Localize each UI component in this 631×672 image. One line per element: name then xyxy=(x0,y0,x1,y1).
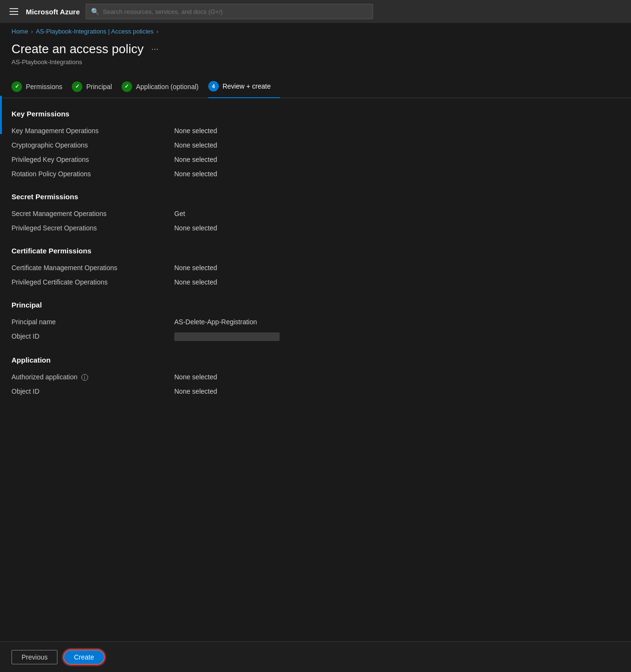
label-principal-object-id: Object ID xyxy=(11,332,174,340)
row-key-management: Key Management Operations None selected xyxy=(11,124,620,138)
value-key-management: None selected xyxy=(174,127,217,135)
row-privileged-key: Privileged Key Operations None selected xyxy=(11,152,620,167)
value-cert-management: None selected xyxy=(174,264,217,272)
step-label-permissions: Permissions xyxy=(26,83,62,91)
step-circle-permissions: ✓ xyxy=(11,81,22,92)
breadcrumb: Home › AS-Playbook-Integrations | Access… xyxy=(0,23,631,38)
top-nav: Microsoft Azure 🔍 xyxy=(0,0,631,23)
label-privileged-secret: Privileged Secret Operations xyxy=(11,224,174,232)
value-authorized-app: None selected xyxy=(174,373,217,381)
section-title-application: Application xyxy=(11,356,620,364)
value-secret-management: Get xyxy=(174,210,185,217)
search-bar: 🔍 xyxy=(86,4,373,19)
row-cert-management: Certificate Management Operations None s… xyxy=(11,261,620,275)
value-privileged-cert: None selected xyxy=(174,278,217,286)
row-principal-object-id: Object ID xyxy=(11,329,620,344)
value-privileged-secret: None selected xyxy=(174,224,217,232)
label-key-management: Key Management Operations xyxy=(11,127,174,135)
row-app-object-id: Object ID None selected xyxy=(11,384,620,399)
row-principal-name: Principal name AS-Delete-App-Registratio… xyxy=(11,315,620,329)
wizard-steps: ✓ Permissions ✓ Principal ✓ Application … xyxy=(0,73,631,98)
value-principal-name: AS-Delete-App-Registration xyxy=(174,318,257,326)
section-title-secret-permissions: Secret Permissions xyxy=(11,193,620,201)
label-cryptographic: Cryptographic Operations xyxy=(11,141,174,149)
label-authorized-app: Authorized application i xyxy=(11,373,174,381)
main-content: Key Permissions Key Management Operation… xyxy=(0,98,631,672)
step-circle-application: ✓ xyxy=(122,81,132,92)
step-circle-review: 4 xyxy=(208,81,219,91)
search-icon: 🔍 xyxy=(91,8,99,15)
label-cert-management: Certificate Management Operations xyxy=(11,264,174,272)
wizard-step-review[interactable]: 4 Review + create xyxy=(208,81,281,98)
section-title-cert-permissions: Certificate Permissions xyxy=(11,247,620,255)
section-title-key-permissions: Key Permissions xyxy=(11,110,620,118)
value-app-object-id: None selected xyxy=(174,387,217,395)
row-authorized-app: Authorized application i None selected xyxy=(11,370,620,384)
breadcrumb-sep-1: › xyxy=(31,28,33,35)
left-accent-bar xyxy=(0,96,2,134)
search-input[interactable] xyxy=(103,8,368,15)
breadcrumb-access-policies[interactable]: AS-Playbook-Integrations | Access polici… xyxy=(36,28,154,35)
page-subtitle: AS-Playbook-Integrations xyxy=(11,58,620,66)
wizard-step-principal[interactable]: ✓ Principal xyxy=(72,81,122,98)
row-secret-management: Secret Management Operations Get xyxy=(11,206,620,221)
row-privileged-cert: Privileged Certificate Operations None s… xyxy=(11,275,620,289)
label-app-object-id: Object ID xyxy=(11,387,174,395)
value-rotation-policy: None selected xyxy=(174,170,217,178)
row-rotation-policy: Rotation Policy Operations None selected xyxy=(11,167,620,181)
previous-button[interactable]: Previous xyxy=(11,650,57,664)
wizard-step-application[interactable]: ✓ Application (optional) xyxy=(122,81,208,98)
breadcrumb-home[interactable]: Home xyxy=(11,28,28,35)
label-privileged-key: Privileged Key Operations xyxy=(11,156,174,163)
breadcrumb-sep-2: › xyxy=(157,28,158,35)
brand-name: Microsoft Azure xyxy=(26,8,80,16)
label-secret-management: Secret Management Operations xyxy=(11,210,174,217)
label-rotation-policy: Rotation Policy Operations xyxy=(11,170,174,178)
bottom-action-bar: Previous Create xyxy=(0,641,631,672)
row-cryptographic: Cryptographic Operations None selected xyxy=(11,138,620,152)
value-cryptographic: None selected xyxy=(174,141,217,149)
page-header: Create an access policy ··· AS-Playbook-… xyxy=(0,38,631,73)
step-label-review: Review + create xyxy=(223,82,271,90)
step-label-principal: Principal xyxy=(86,83,112,91)
hamburger-menu[interactable] xyxy=(8,6,20,17)
step-circle-principal: ✓ xyxy=(72,81,82,92)
label-principal-name: Principal name xyxy=(11,318,174,326)
row-privileged-secret: Privileged Secret Operations None select… xyxy=(11,221,620,235)
ellipsis-menu-button[interactable]: ··· xyxy=(148,43,161,55)
section-title-principal: Principal xyxy=(11,301,620,309)
value-principal-object-id xyxy=(174,332,280,341)
create-button[interactable]: Create xyxy=(63,649,104,665)
page-title: Create an access policy xyxy=(11,42,144,57)
wizard-step-permissions[interactable]: ✓ Permissions xyxy=(11,81,72,98)
step-label-application: Application (optional) xyxy=(136,83,199,91)
label-privileged-cert: Privileged Certificate Operations xyxy=(11,278,174,286)
value-privileged-key: None selected xyxy=(174,156,217,163)
authorized-app-info-icon[interactable]: i xyxy=(81,374,88,381)
